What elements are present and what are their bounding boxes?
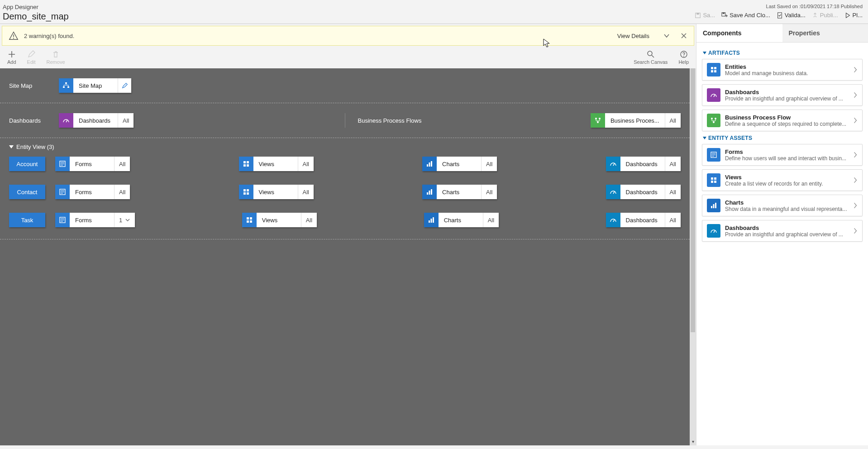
dashboards-tile-label: Dashboards — [73, 113, 118, 128]
collapse-icon — [9, 145, 14, 148]
dashboards-bpf-row: Dashboards Dashboards All Business Proce… — [0, 103, 690, 138]
chevron-down-icon[interactable] — [663, 32, 670, 39]
charts-tile[interactable]: ChartsAll — [422, 185, 497, 199]
forms-tile-tag[interactable]: All — [114, 185, 130, 199]
sitemap-tile[interactable]: Site Map — [59, 78, 131, 93]
component-card-views[interactable]: ViewsCreate a list view of records for a… — [702, 169, 863, 191]
views-tile-tag[interactable]: All — [298, 185, 314, 199]
forms-tile-tag[interactable]: 1 — [114, 213, 135, 227]
play-button[interactable]: Pl... — [844, 12, 863, 19]
plus-icon — [8, 50, 16, 58]
dash-tile[interactable]: DashboardsAll — [606, 213, 681, 227]
svg-rect-25 — [247, 164, 249, 167]
add-button[interactable]: Add — [7, 50, 16, 65]
flow-icon — [591, 113, 605, 128]
charts-icon — [424, 213, 439, 227]
dashboards-label: Dashboards — [9, 117, 50, 124]
design-canvas[interactable]: Site Map Site Map Dashboards — [0, 68, 696, 445]
app-header: App Designer Demo_site_map Last Saved on… — [0, 0, 868, 24]
canvas-scrollbar[interactable]: ▾ — [690, 68, 696, 445]
dash-icon — [606, 185, 620, 199]
views-tile[interactable]: ViewsAll — [242, 213, 317, 227]
view-details-link[interactable]: View Details — [617, 33, 649, 39]
views-tile-tag[interactable]: All — [298, 157, 314, 171]
svg-rect-11 — [65, 82, 67, 84]
charts-tile[interactable]: ChartsAll — [422, 157, 497, 171]
entity-chip[interactable]: Contact — [9, 185, 45, 199]
entity-view-header[interactable]: Entity View (3) — [0, 138, 690, 152]
bpf-tile-tag[interactable]: All — [665, 113, 681, 128]
component-card-charts[interactable]: ChartsShow data in a meaningful and visu… — [702, 195, 863, 216]
svg-rect-46 — [247, 217, 249, 220]
charts-tile-tag[interactable]: All — [483, 213, 499, 227]
views-tile[interactable]: ViewsAll — [239, 157, 314, 171]
charts-tile[interactable]: ChartsAll — [424, 213, 499, 227]
entity-chip[interactable]: Account — [9, 157, 45, 171]
component-card-forms[interactable]: FormsDefine how users will see and inter… — [702, 144, 863, 166]
component-card-dashboards[interactable]: DashboardsProvide an insightful and grap… — [702, 220, 863, 242]
component-card-entities[interactable]: EntitiesModel and manage business data. — [702, 59, 863, 81]
dashboards-tile[interactable]: Dashboards All — [59, 113, 134, 128]
forms-tile[interactable]: Forms1 — [55, 213, 135, 227]
component-title: Business Process Flow — [725, 114, 849, 121]
form-icon — [707, 148, 720, 162]
forms-tile[interactable]: FormsAll — [55, 157, 130, 171]
svg-rect-34 — [243, 189, 246, 191]
save-and-close-button[interactable]: Save And Clo... — [721, 12, 770, 19]
entity-chip[interactable]: Task — [9, 213, 45, 227]
bpf-tile[interactable]: Business Proces... All — [591, 113, 681, 128]
svg-point-60 — [715, 118, 716, 119]
svg-rect-1 — [697, 13, 699, 14]
scroll-down-icon[interactable]: ▾ — [690, 439, 696, 445]
page-title: Demo_site_map — [3, 11, 69, 22]
warning-text: 2 warning(s) found. — [24, 33, 612, 39]
close-icon[interactable] — [680, 32, 687, 39]
collapse-icon — [703, 137, 706, 139]
chevron-down-icon[interactable] — [125, 217, 130, 223]
charts-tile-tag[interactable]: All — [481, 157, 497, 171]
charts-tile-tag[interactable]: All — [481, 185, 497, 199]
charts-tile-label: Charts — [437, 157, 481, 171]
chevron-right-icon — [853, 91, 858, 99]
help-button[interactable]: Help — [678, 50, 689, 65]
scrollbar-thumb[interactable] — [691, 68, 695, 332]
header-toolbar: Sa... Save And Clo... Valida... Publi... — [695, 12, 863, 19]
sitemap-edit-button[interactable] — [118, 78, 131, 93]
svg-line-29 — [613, 163, 615, 166]
sitemap-tile-label: Site Map — [73, 78, 118, 93]
dash-tile[interactable]: DashboardsAll — [606, 157, 681, 171]
tab-properties[interactable]: Properties — [782, 24, 868, 42]
entity-row: AccountFormsAllViewsAllChartsAllDashboar… — [9, 157, 681, 171]
svg-point-17 — [597, 121, 599, 123]
svg-rect-48 — [247, 220, 249, 223]
dash-tile-tag[interactable]: All — [665, 213, 681, 227]
svg-rect-26 — [427, 164, 428, 167]
dash-tile[interactable]: DashboardsAll — [606, 185, 681, 199]
forms-tile-tag[interactable]: All — [114, 157, 130, 171]
grid-icon — [707, 63, 720, 76]
dashboards-tile-tag[interactable]: All — [118, 113, 134, 128]
component-card-dashboards[interactable]: DashboardsProvide an insightful and grap… — [702, 84, 863, 106]
views-tile[interactable]: ViewsAll — [239, 185, 314, 199]
svg-rect-51 — [430, 219, 432, 223]
section-entity-assets[interactable]: ENTITY ASSETS — [703, 135, 863, 141]
svg-rect-40 — [431, 189, 432, 195]
svg-line-53 — [613, 220, 615, 222]
sitemap-icon — [59, 78, 73, 93]
views-icon — [242, 213, 257, 227]
search-canvas-button[interactable]: Search Canvas — [634, 50, 668, 65]
chevron-right-icon — [853, 66, 858, 73]
forms-tile[interactable]: FormsAll — [55, 185, 130, 199]
warning-bar: 2 warning(s) found. View Details — [2, 26, 694, 46]
dash-tile-tag[interactable]: All — [665, 157, 681, 171]
save-button: Sa... — [695, 12, 715, 19]
sitemap-label: Site Map — [9, 82, 50, 89]
tab-components[interactable]: Components — [696, 24, 782, 42]
dash-tile-tag[interactable]: All — [665, 185, 681, 199]
views-tile-tag[interactable]: All — [301, 213, 317, 227]
validate-button[interactable]: Valida... — [777, 12, 806, 19]
component-card-business-process-flow[interactable]: Business Process FlowDefine a sequence o… — [702, 110, 863, 131]
section-artifacts[interactable]: ARTIFACTS — [703, 50, 863, 56]
dash-icon — [606, 213, 620, 227]
dash-tile-label: Dashboards — [620, 213, 665, 227]
